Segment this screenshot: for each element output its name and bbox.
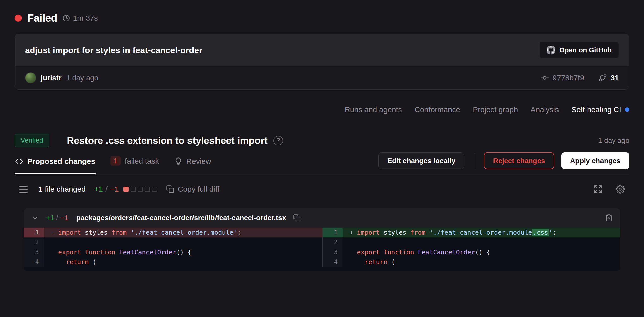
- run-status-row: Failed 1m 37s: [15, 0, 629, 24]
- nav-item-label: Self-healing CI: [571, 105, 621, 114]
- branch-count-stat[interactable]: 31: [598, 74, 619, 82]
- diff-row: 2: [24, 237, 322, 247]
- diff-row: 1+ import styles from './feat-cancel-ord…: [323, 228, 620, 237]
- nav-item-self-healing-ci[interactable]: Self-healing CI: [571, 105, 629, 114]
- file-path: packages/orders/feat-cancel-order/src/li…: [76, 214, 286, 222]
- nav-item-label: Analysis: [531, 105, 559, 114]
- line-number: 2: [323, 237, 343, 247]
- code-line: return (: [343, 257, 620, 267]
- deletions-count: −1: [110, 185, 119, 193]
- git-branch-icon: [598, 74, 607, 82]
- copy-icon: [166, 185, 174, 193]
- nav-item-conformance[interactable]: Conformance: [415, 105, 460, 114]
- code-line: + import styles from './feat-cancel-orde…: [343, 228, 620, 237]
- run-duration: 1m 37s: [63, 14, 98, 22]
- copy-full-diff-button[interactable]: Copy full diff: [166, 185, 220, 193]
- chevron-down-icon[interactable]: [31, 214, 39, 222]
- diff-file-header: +1 / −1 packages/orders/feat-cancel-orde…: [24, 208, 620, 228]
- open-on-github-button[interactable]: Open on GitHub: [539, 42, 619, 58]
- file-deletions-count: −1: [60, 214, 68, 222]
- run-duration-value: 1m 37s: [73, 14, 98, 22]
- commit-card-header: adjust import for styles in feat-cancel-…: [15, 34, 629, 66]
- diff-toolbar: 1 file changed +1 / −1 Copy full diff: [15, 185, 629, 194]
- commit-icon: [540, 74, 549, 82]
- diff-pane-new: 1+ import styles from './feat-cancel-ord…: [322, 228, 620, 267]
- nav-item-label: Project graph: [473, 105, 518, 114]
- workspace-nav: Runs and agentsConformanceProject graphA…: [15, 105, 629, 114]
- line-number: 1: [24, 228, 44, 237]
- tab-proposed-changes[interactable]: Proposed changes: [15, 152, 96, 174]
- files-changed-label: 1 file changed: [38, 185, 86, 193]
- nav-item-runs-and-agents[interactable]: Runs and agents: [345, 105, 402, 114]
- code-line: export function FeatCancelOrder() {: [343, 247, 620, 257]
- diff-row: 3 export function FeatCancelOrder() {: [24, 247, 322, 257]
- tab-label: failed task: [125, 157, 159, 165]
- diff-row: 1- import styles from './feat-cancel-ord…: [24, 228, 322, 237]
- run-status-label: Failed: [27, 12, 57, 24]
- line-number: 4: [323, 257, 343, 267]
- commit-sha: 9778b7f9: [552, 74, 584, 82]
- tabs-row: Proposed changes1failed taskReview Edit …: [15, 151, 629, 174]
- diff-block-square: [145, 187, 150, 192]
- diff-stats: +1 / −1: [94, 185, 119, 193]
- author-name: juristr: [41, 74, 61, 82]
- lightbulb-icon: [174, 157, 182, 165]
- fix-header: Verified Restore .css extension to style…: [15, 134, 629, 147]
- clipboard-paste-icon[interactable]: [605, 214, 613, 222]
- diff-row: 3 export function FeatCancelOrder() {: [323, 247, 620, 257]
- code-line: - import styles from './feat-cancel-orde…: [44, 228, 322, 237]
- failed-task-count-badge: 1: [110, 156, 121, 166]
- line-number: 1: [323, 228, 343, 237]
- code-line: export function FeatCancelOrder() {: [44, 247, 322, 257]
- reject-changes-button[interactable]: Reject changes: [484, 152, 554, 169]
- diff-stats-separator: /: [105, 185, 108, 193]
- nav-item-project-graph[interactable]: Project graph: [473, 105, 518, 114]
- diff-row: 4 return (: [323, 257, 620, 267]
- diff-block-square: [152, 187, 157, 192]
- diff-blocks-indicator: [123, 187, 157, 192]
- diff-row: 4 return (: [24, 257, 322, 267]
- commit-time: 1 day ago: [66, 74, 98, 82]
- file-stats-separator: /: [56, 214, 58, 222]
- commit-card-footer: juristr 1 day ago 9778b7f9 31: [15, 66, 629, 89]
- file-additions-count: +1: [46, 214, 54, 222]
- action-buttons: Edit changes locally Reject changes Appl…: [378, 152, 629, 169]
- fix-time: 1 day ago: [598, 137, 629, 145]
- tab-review[interactable]: Review: [174, 152, 212, 174]
- apply-changes-button[interactable]: Apply changes: [561, 152, 629, 169]
- open-on-github-label: Open on GitHub: [559, 46, 612, 54]
- actions-divider: [474, 153, 474, 168]
- nav-item-label: Runs and agents: [345, 105, 402, 114]
- diff-block-square: [131, 187, 136, 192]
- help-icon[interactable]: ?: [273, 136, 283, 145]
- notification-dot-icon: [625, 107, 629, 112]
- clock-icon: [63, 15, 70, 22]
- line-number: 3: [323, 247, 343, 257]
- diff-block-square: [123, 187, 129, 192]
- diff-block-square: [138, 187, 143, 192]
- file-diff-stats: +1 / −1: [46, 214, 68, 222]
- line-number: 2: [24, 237, 44, 247]
- commit-card: adjust import for styles in feat-cancel-…: [15, 34, 629, 90]
- copy-full-diff-label: Copy full diff: [178, 185, 220, 193]
- file-list-menu-icon[interactable]: [19, 186, 28, 193]
- edit-changes-locally-button[interactable]: Edit changes locally: [378, 152, 464, 169]
- code-line: [44, 237, 322, 247]
- tab-label: Review: [186, 157, 211, 166]
- commit-stats: 9778b7f9 31: [540, 74, 619, 82]
- code-icon: [15, 157, 23, 165]
- line-number: 3: [24, 247, 44, 257]
- commit-sha-stat[interactable]: 9778b7f9: [540, 74, 584, 82]
- tab-failed-task[interactable]: 1failed task: [110, 151, 159, 174]
- diff-toolbar-right: [593, 185, 625, 194]
- tabs: Proposed changes1failed taskReview: [15, 151, 212, 174]
- fix-title: Restore .css extension to stylesheet imp…: [67, 135, 267, 146]
- gear-icon[interactable]: [616, 185, 625, 194]
- failed-status-dot-icon: [15, 15, 22, 22]
- code-line: return (: [44, 257, 322, 267]
- diff-code-area: 1- import styles from './feat-cancel-ord…: [24, 228, 620, 271]
- copy-path-icon[interactable]: [293, 214, 301, 222]
- expand-icon[interactable]: [593, 185, 603, 194]
- avatar: [25, 72, 36, 83]
- nav-item-analysis[interactable]: Analysis: [531, 105, 559, 114]
